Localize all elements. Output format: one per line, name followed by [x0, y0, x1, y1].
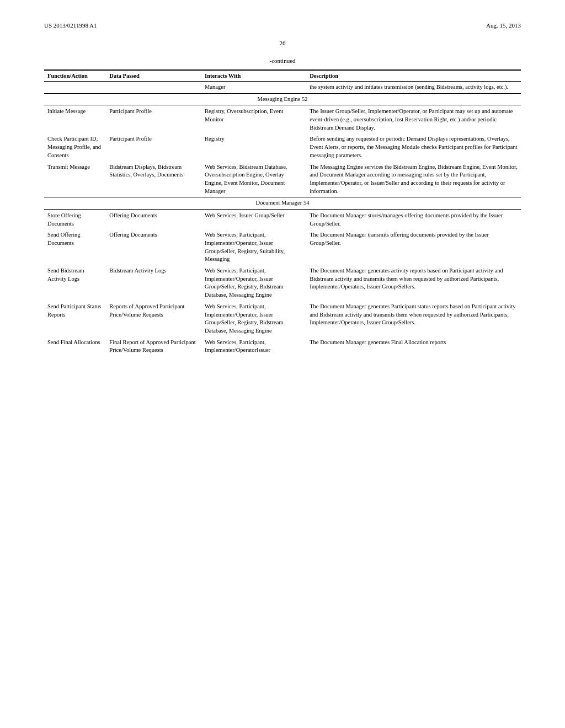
cell-interacts: Web Services, Issuer Group/Seller [201, 209, 306, 229]
col-header-function: Function/Action [44, 70, 106, 82]
cell-description: The Document Manager stores/manages offe… [306, 209, 521, 229]
cell-data: Participant Profile [106, 105, 201, 134]
patent-number: US 2013/0211998 A1 [44, 22, 97, 29]
subsection-label: Messaging Engine 52 [44, 93, 521, 105]
subsection-label: Document Manager 54 [44, 197, 521, 210]
cell-interacts: Web Services, Bidstream Database, Oversu… [201, 162, 306, 197]
table-row: Check Participant ID, Messaging Profile,… [44, 133, 521, 161]
cell-function: Store Offering Documents [44, 209, 106, 229]
cell-function: Send Bidstream Activity Logs [44, 265, 106, 301]
col-header-description: Description [306, 70, 521, 82]
cell-description: Before sending any requested or periodic… [306, 133, 521, 161]
table-row: Initiate Message Participant Profile Reg… [44, 105, 521, 134]
cell-function: Transmit Message [44, 162, 106, 197]
cell-data [106, 82, 201, 94]
cell-data: Participant Profile [106, 133, 201, 161]
main-table: Function/Action Data Passed Interacts Wi… [44, 69, 521, 356]
cell-description: The Document Manager generates Participa… [306, 301, 521, 337]
cell-interacts: Web Services, Participant, Implementer/O… [201, 229, 306, 265]
cell-function [44, 82, 106, 94]
table-row: Send Offering Documents Offering Documen… [44, 229, 521, 265]
page-number: 26 [44, 40, 521, 46]
cell-interacts: Manager [201, 82, 306, 94]
cell-data: Bidstream Displays, Bidstream Statistics… [106, 162, 201, 197]
col-header-data: Data Passed [106, 70, 201, 82]
cell-description: The Document Manager generates Final All… [306, 337, 521, 356]
cell-function: Send Offering Documents [44, 229, 106, 265]
table-header-row: Function/Action Data Passed Interacts Wi… [44, 70, 521, 82]
cell-data: Bidstream Activity Logs [106, 265, 201, 301]
cell-description: The Document Manager transmits offering … [306, 229, 521, 265]
cell-data: Offering Documents [106, 229, 201, 265]
cell-interacts: Registry, Oversubscription, Event Monito… [201, 105, 306, 134]
cell-interacts: Web Services, Participant, Implementer/O… [201, 301, 306, 337]
subsection-row-document: Document Manager 54 [44, 197, 521, 210]
table-row: Send Bidstream Activity Logs Bidstream A… [44, 265, 521, 301]
cell-data: Offering Documents [106, 209, 201, 229]
cell-interacts: Registry [201, 133, 306, 161]
page: US 2013/0211998 A1 Aug. 15, 2013 26 -con… [0, 0, 565, 728]
patent-date: Aug. 15, 2013 [486, 22, 521, 29]
cell-function: Check Participant ID, Messaging Profile,… [44, 133, 106, 161]
cell-description: The Document Manager generates activity … [306, 265, 521, 301]
table-row: Send Final Allocations Final Report of A… [44, 337, 521, 356]
table-row: Transmit Message Bidstream Displays, Bid… [44, 162, 521, 197]
subsection-row-messaging: Messaging Engine 52 [44, 93, 521, 105]
table-row: Store Offering Documents Offering Docume… [44, 209, 521, 229]
col-header-interacts: Interacts With [201, 70, 306, 82]
cell-function: Initiate Message [44, 105, 106, 134]
cell-description: the system activity and initiates transm… [306, 82, 521, 94]
cell-description: The Messaging Engine services the Bidstr… [306, 162, 521, 197]
table-row: Manager the system activity and initiate… [44, 82, 521, 94]
cell-description: The Issuer Group/Seller, Implementer/Ope… [306, 105, 521, 134]
cell-data: Final Report of Approved Participant Pri… [106, 337, 201, 356]
table-row: Send Participant Status Reports Reports … [44, 301, 521, 337]
cell-interacts: Web Services, Participant, Implementer/O… [201, 265, 306, 301]
cell-function: Send Participant Status Reports [44, 301, 106, 337]
cell-data: Reports of Approved Participant Price/Vo… [106, 301, 201, 337]
continued-label: -continued [44, 57, 521, 64]
page-header: US 2013/0211998 A1 Aug. 15, 2013 [44, 22, 521, 29]
cell-interacts: Web Services, Participant, Implementer/O… [201, 337, 306, 356]
cell-function: Send Final Allocations [44, 337, 106, 356]
